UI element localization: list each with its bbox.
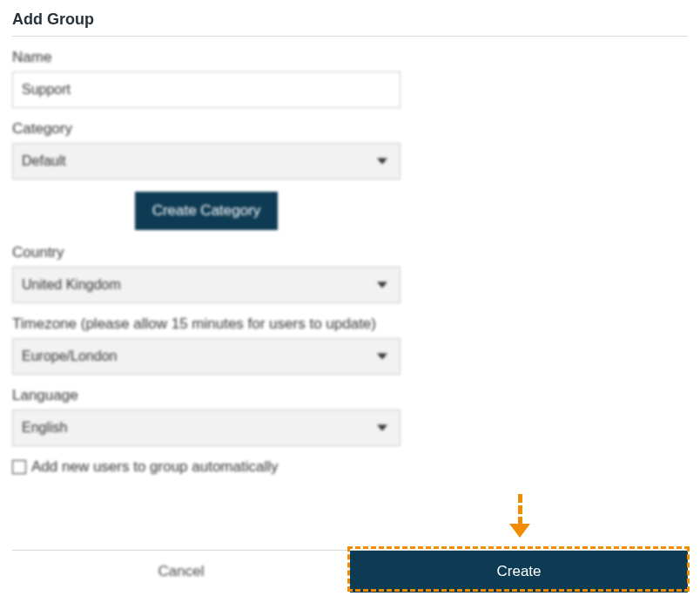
country-label: Country [12, 244, 688, 261]
timezone-value: Europe/London [22, 349, 117, 364]
category-label: Category [12, 120, 688, 138]
checkbox-icon [12, 460, 26, 474]
chevron-down-icon [377, 425, 387, 431]
country-select[interactable]: United Kingdom [12, 267, 400, 303]
divider [12, 36, 688, 37]
create-button[interactable]: Create [350, 551, 688, 593]
language-select[interactable]: English [12, 410, 400, 446]
auto-add-checkbox-row[interactable]: Add new users to group automatically [12, 458, 688, 476]
auto-add-label: Add new users to group automatically [31, 458, 279, 476]
chevron-down-icon [377, 354, 387, 360]
country-value: United Kingdom [22, 277, 121, 293]
timezone-label: Timezone (please allow 15 minutes for us… [12, 315, 688, 333]
name-label: Name [12, 49, 688, 66]
footer: Cancel Create [12, 550, 688, 593]
annotation-arrow-icon [509, 494, 530, 538]
chevron-down-icon [377, 159, 387, 165]
language-value: English [22, 420, 67, 436]
chevron-down-icon [377, 282, 387, 288]
timezone-select[interactable]: Europe/London [12, 338, 400, 375]
page-title: Add Group [12, 9, 688, 36]
name-input[interactable] [12, 71, 400, 108]
category-value: Default [22, 153, 66, 169]
create-category-button[interactable]: Create Category [135, 192, 279, 230]
language-label: Language [12, 387, 688, 404]
cancel-button[interactable]: Cancel [12, 551, 350, 593]
category-select[interactable]: Default [12, 143, 400, 179]
